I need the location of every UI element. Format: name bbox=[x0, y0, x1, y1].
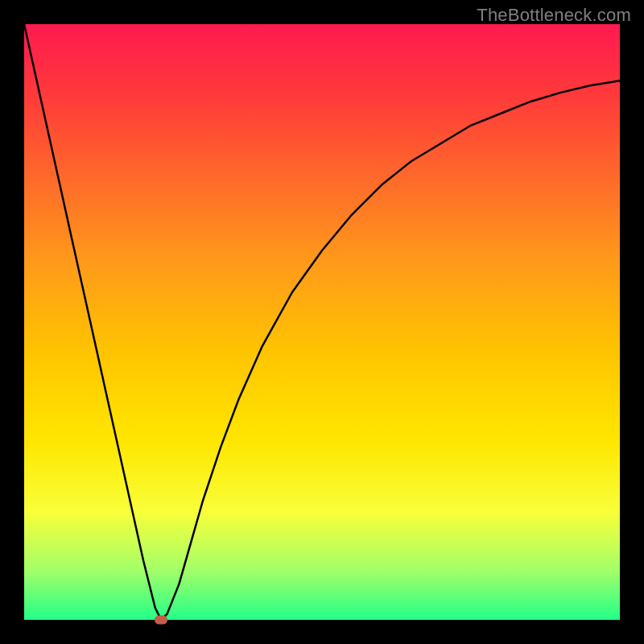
bottleneck-curve bbox=[24, 24, 620, 620]
plot-area bbox=[24, 24, 620, 620]
watermark-label: TheBottleneck.com bbox=[477, 5, 631, 26]
chart-container: TheBottleneck.com bbox=[0, 0, 644, 644]
optimal-point-marker bbox=[155, 616, 167, 625]
